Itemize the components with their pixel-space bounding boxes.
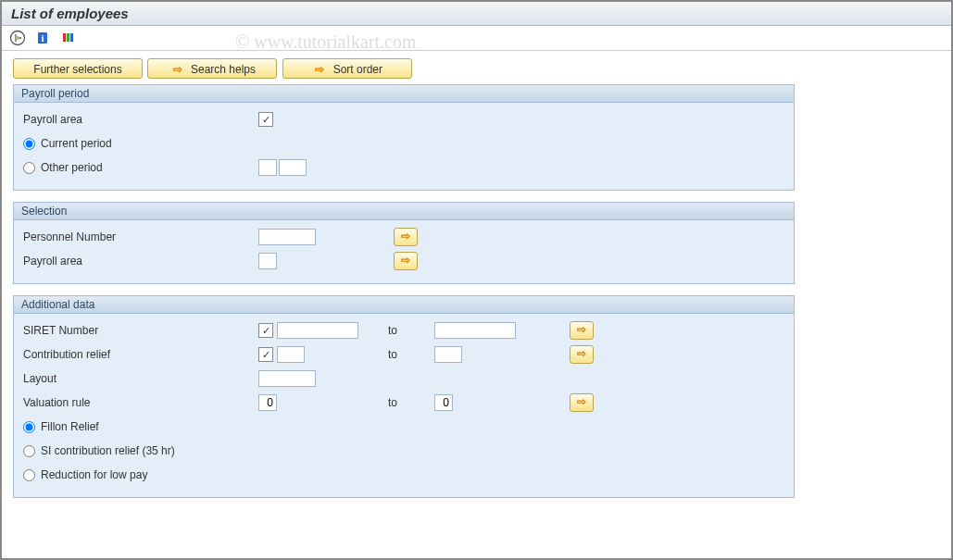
personnel-number-multi-button[interactable]: ⇨ — [394, 228, 418, 246]
sort-order-label: Sort order — [333, 62, 382, 77]
svg-point-1 — [16, 36, 19, 40]
contrib-label: Contribution relief — [23, 348, 258, 361]
additional-data-header: Additional data — [14, 296, 794, 314]
svg-rect-4 — [63, 33, 66, 42]
info-icon[interactable]: i — [34, 30, 53, 46]
sort-order-button[interactable]: ⇨ Sort order — [282, 58, 412, 79]
current-period-label: Current period — [41, 137, 112, 150]
search-helps-label: Search helps — [191, 62, 256, 77]
si35-label: SI contribution relief (35 hr) — [41, 444, 175, 457]
other-period-value2-input[interactable] — [279, 159, 307, 176]
lowpay-label: Reduction for low pay — [41, 468, 147, 481]
siret-to-label: to — [388, 324, 434, 337]
personnel-number-label: Personnel Number — [23, 230, 258, 243]
contrib-multi-button[interactable]: ⇨ — [570, 345, 594, 364]
further-selections-label: Further selections — [33, 62, 121, 77]
selection-header: Selection — [14, 203, 794, 220]
search-helps-button[interactable]: ⇨ Search helps — [147, 58, 277, 79]
arrow-right-icon: ⇨ — [315, 62, 324, 77]
valuation-to-input[interactable] — [434, 394, 453, 411]
contrib-checkbox[interactable]: ✓ — [258, 347, 273, 362]
payroll-period-group: Payroll period Payroll area ✓ Current pe… — [13, 84, 795, 191]
selection-payroll-area-label: Payroll area — [23, 255, 258, 268]
payroll-period-header: Payroll period — [14, 85, 794, 103]
contrib-from-input[interactable] — [277, 346, 305, 363]
contrib-to-label: to — [388, 348, 434, 361]
lowpay-radio[interactable] — [23, 469, 35, 481]
window-title: List of employees — [2, 2, 951, 26]
svg-rect-6 — [70, 33, 73, 42]
svg-text:i: i — [42, 32, 44, 44]
current-period-radio[interactable] — [23, 138, 35, 150]
valuation-multi-button[interactable]: ⇨ — [570, 393, 594, 412]
selection-buttons-row: Further selections ⇨ Search helps ⇨ Sort… — [13, 58, 940, 79]
valuation-to-label: to — [388, 396, 434, 409]
content-area: Further selections ⇨ Search helps ⇨ Sort… — [2, 51, 951, 516]
selection-payroll-area-input[interactable] — [258, 253, 277, 269]
siret-multi-button[interactable]: ⇨ — [570, 321, 594, 340]
selection-payroll-area-multi-button[interactable]: ⇨ — [394, 252, 418, 270]
additional-data-group: Additional data SIRET Number ✓ to ⇨ Cont… — [13, 295, 795, 498]
toolbar: i — [2, 26, 951, 51]
other-period-value1-input[interactable] — [258, 159, 277, 176]
payroll-area-label: Payroll area — [23, 113, 258, 126]
execute-icon[interactable] — [9, 30, 28, 46]
valuation-from-input[interactable] — [258, 394, 277, 411]
arrow-right-icon: ⇨ — [173, 62, 182, 77]
siret-from-input[interactable] — [277, 322, 358, 339]
siret-to-input[interactable] — [434, 322, 516, 339]
other-period-radio[interactable] — [23, 162, 35, 174]
layout-input[interactable] — [258, 370, 316, 387]
fillon-label: Fillon Relief — [41, 420, 99, 433]
si35-radio[interactable] — [23, 445, 35, 457]
fillon-radio[interactable] — [23, 421, 35, 433]
siret-checkbox[interactable]: ✓ — [258, 323, 273, 338]
personnel-number-input[interactable] — [258, 229, 316, 245]
siret-label: SIRET Number — [23, 324, 258, 337]
selection-group: Selection Personnel Number ⇨ Payroll are… — [13, 202, 795, 284]
further-selections-button[interactable]: Further selections — [13, 58, 143, 79]
svg-rect-5 — [67, 33, 69, 42]
other-period-label: Other period — [41, 161, 103, 174]
layout-label: Layout — [23, 372, 258, 385]
payroll-area-checkbox[interactable]: ✓ — [258, 112, 273, 127]
contrib-to-input[interactable] — [434, 346, 462, 363]
valuation-label: Valuation rule — [23, 396, 258, 409]
list-icon[interactable] — [60, 30, 79, 46]
